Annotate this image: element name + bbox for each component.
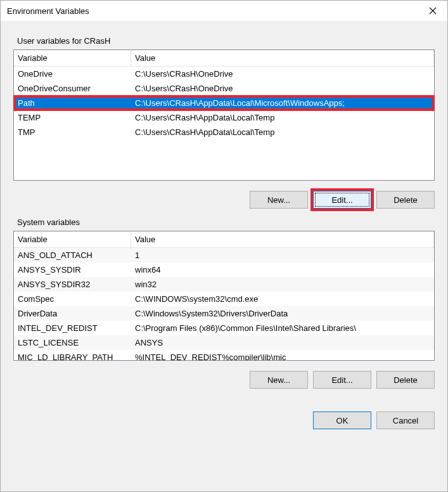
- system-button-row: New... Edit... Delete: [13, 361, 435, 389]
- system-col-variable[interactable]: Variable: [14, 231, 131, 247]
- table-row[interactable]: ComSpec C:\WINDOWS\system32\cmd.exe: [14, 292, 434, 306]
- system-variables-label: System variables: [13, 217, 435, 227]
- cell-variable: ComSpec: [14, 293, 131, 305]
- ok-button[interactable]: OK: [313, 411, 371, 429]
- user-col-variable[interactable]: Variable: [14, 50, 131, 66]
- table-row[interactable]: MIC_LD_LIBRARY_PATH %INTEL_DEV_REDIST%co…: [14, 350, 434, 361]
- cell-value: C:\Windows\System32\Drivers\DriverData: [131, 308, 434, 320]
- system-list-body: ANS_OLD_ATTACH 1 ANSYS_SYSDIR winx64 ANS…: [14, 248, 434, 361]
- cell-value: %INTEL_DEV_REDIST%compiler\lib\mic: [131, 351, 434, 361]
- cell-value: winx64: [131, 264, 434, 276]
- window-title: Environment Variables: [7, 6, 89, 16]
- cell-variable: TMP: [14, 126, 131, 138]
- system-variables-group: System variables Variable Value ANS_OLD_…: [13, 217, 435, 389]
- table-row[interactable]: LSTC_LICENSE ANSYS: [14, 335, 434, 350]
- table-row[interactable]: OneDriveConsumer C:\Users\CRasH\OneDrive: [14, 81, 434, 96]
- table-row-selected[interactable]: Path C:\Users\CRasH\AppData\Local\Micros…: [14, 96, 434, 110]
- cell-value: C:\Users\CRasH\AppData\Local\Temp: [131, 112, 434, 124]
- env-vars-dialog: Environment Variables User variables for…: [0, 0, 448, 492]
- cell-variable: OneDrive: [14, 68, 131, 80]
- cell-variable: ANS_OLD_ATTACH: [14, 249, 131, 261]
- user-edit-button[interactable]: Edit...: [313, 191, 371, 209]
- table-row[interactable]: TEMP C:\Users\CRasH\AppData\Local\Temp: [14, 110, 434, 125]
- table-row[interactable]: ANSYS_SYSDIR winx64: [14, 262, 434, 277]
- cell-value: C:\Users\CRasH\AppData\Local\Temp: [131, 126, 434, 138]
- table-row[interactable]: DriverData C:\Windows\System32\Drivers\D…: [14, 306, 434, 321]
- cell-variable: TEMP: [14, 112, 131, 124]
- system-col-value[interactable]: Value: [131, 231, 434, 247]
- user-button-row: New... Edit... Delete: [13, 181, 435, 209]
- cell-variable: ANSYS_SYSDIR: [14, 264, 131, 276]
- cell-variable: ANSYS_SYSDIR32: [14, 278, 131, 290]
- table-row[interactable]: ANSYS_SYSDIR32 win32: [14, 277, 434, 292]
- cell-value: 1: [131, 249, 434, 261]
- dialog-footer: OK Cancel: [13, 411, 435, 429]
- system-edit-button[interactable]: Edit...: [313, 371, 371, 389]
- user-list-header: Variable Value: [14, 50, 434, 67]
- cell-variable: MIC_LD_LIBRARY_PATH: [14, 351, 131, 361]
- cell-variable: Path: [14, 97, 131, 109]
- cancel-button[interactable]: Cancel: [376, 411, 435, 429]
- cell-value: C:\Program Files (x86)\Common Files\Inte…: [131, 322, 434, 334]
- titlebar: Environment Variables: [1, 1, 447, 21]
- cell-variable: INTEL_DEV_REDIST: [14, 322, 131, 334]
- user-variables-label: User variables for CRasH: [13, 36, 435, 46]
- table-row[interactable]: INTEL_DEV_REDIST C:\Program Files (x86)\…: [14, 321, 434, 335]
- cell-value: C:\Users\CRasH\AppData\Local\Microsoft\W…: [131, 97, 434, 109]
- dialog-content: User variables for CRasH Variable Value …: [1, 21, 447, 441]
- table-row[interactable]: TMP C:\Users\CRasH\AppData\Local\Temp: [14, 125, 434, 139]
- user-variables-list[interactable]: Variable Value OneDrive C:\Users\CRasH\O…: [13, 49, 435, 181]
- user-list-body: OneDrive C:\Users\CRasH\OneDrive OneDriv…: [14, 67, 434, 139]
- close-icon: [429, 7, 437, 15]
- user-delete-button[interactable]: Delete: [376, 191, 435, 209]
- table-row[interactable]: OneDrive C:\Users\CRasH\OneDrive: [14, 67, 434, 81]
- user-col-value[interactable]: Value: [131, 50, 434, 66]
- cell-value: C:\Users\CRasH\OneDrive: [131, 82, 434, 94]
- close-button[interactable]: [418, 1, 447, 21]
- user-variables-group: User variables for CRasH Variable Value …: [13, 36, 435, 209]
- cell-value: C:\WINDOWS\system32\cmd.exe: [131, 293, 434, 305]
- cell-variable: OneDriveConsumer: [14, 82, 131, 94]
- system-delete-button[interactable]: Delete: [376, 371, 435, 389]
- cell-value: C:\Users\CRasH\OneDrive: [131, 68, 434, 80]
- user-new-button[interactable]: New...: [250, 191, 308, 209]
- cell-value: ANSYS: [131, 337, 434, 349]
- system-variables-list[interactable]: Variable Value ANS_OLD_ATTACH 1 ANSYS_SY…: [13, 231, 435, 361]
- table-row[interactable]: ANS_OLD_ATTACH 1: [14, 248, 434, 262]
- cell-variable: DriverData: [14, 308, 131, 320]
- cell-value: win32: [131, 278, 434, 290]
- cell-variable: LSTC_LICENSE: [14, 337, 131, 349]
- system-list-header: Variable Value: [14, 231, 434, 248]
- system-new-button[interactable]: New...: [250, 371, 308, 389]
